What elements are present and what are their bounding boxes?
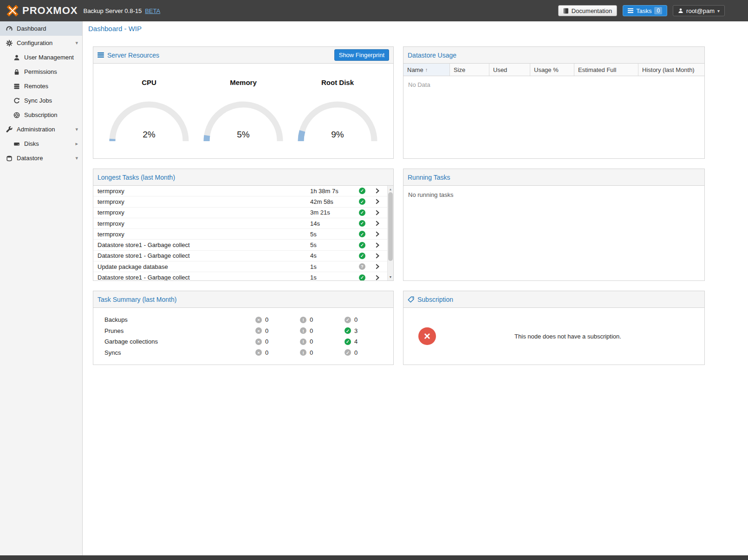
user-menu-button[interactable]: root@pam ▾ [673,5,725,16]
gauge-memory: Memory5% [199,78,287,143]
sidebar-item-dashboard[interactable]: Dashboard [0,21,82,36]
gauge-arc: 9% [293,95,382,143]
task-row[interactable]: termproxy1h 38m 7s✓ [93,186,387,196]
task-row[interactable]: Datastore store1 - Garbage collect5s✓ [93,240,387,250]
task-row[interactable]: termproxy5s✓ [93,229,387,240]
ok-icon: ✓ [359,209,365,216]
summary-row-backups: Backups×0!0✓0 [104,314,393,326]
chevron-right-icon[interactable] [368,242,387,248]
caret-right-icon[interactable]: ▸ [75,141,78,147]
sidebar-item-remotes[interactable]: Remotes [0,79,82,93]
sidebar-item-administration[interactable]: Administration▾ [0,122,82,137]
task-name: Update package database [98,263,310,270]
task-summary-rows: Backups×0!0✓0Prunes×0!0✓3Garbage collect… [93,308,393,358]
ok-icon: ✓ [359,220,365,227]
warning-cell[interactable]: !0 [300,338,345,345]
proxmox-logo: PROXMOX [6,4,78,17]
chevron-right-icon[interactable] [368,221,387,226]
panel-title: Server Resources [107,52,159,59]
scrollbar[interactable]: ▲ ▼ [387,186,393,280]
task-row[interactable]: Datastore store1 - Garbage collect4s✓ [93,251,387,261]
chevron-right-icon[interactable] [368,231,387,237]
page-title: Dashboard - WIP [88,25,142,33]
documentation-button[interactable]: Documentation [558,5,617,16]
ok-icon: ✓ [345,327,351,334]
column-header-used[interactable]: Used [489,64,530,76]
list-icon [628,8,633,13]
panel-title: Longest Tasks (last Month) [98,174,175,181]
ok-cell[interactable]: ✓0 [345,316,389,323]
sidebar-item-label: Sync Jobs [24,97,52,104]
column-header-usage[interactable]: Usage % [530,64,574,76]
task-row[interactable]: termproxy3m 21s✓ [93,208,387,218]
beta-link[interactable]: BETA [145,7,160,14]
error-cell[interactable]: ×0 [255,349,300,356]
chevron-right-icon[interactable] [368,210,387,215]
sidebar-item-datastore[interactable]: Datastore▾ [0,151,82,165]
warning-cell[interactable]: !0 [300,316,345,323]
lifering-icon [13,112,20,118]
panel-title: Running Tasks [408,174,450,181]
show-fingerprint-button[interactable]: Show Fingerprint [334,49,389,61]
chevron-right-icon[interactable] [368,275,387,280]
error-icon: × [255,339,262,345]
chevron-right-icon[interactable] [368,264,387,269]
footer-bar [0,555,748,560]
scroll-down-icon[interactable]: ▼ [388,274,393,280]
error-cell[interactable]: ×0 [255,338,300,345]
warning-cell[interactable]: !0 [300,349,345,356]
running-tasks-panel: Running Tasks No running tasks [403,169,705,281]
subscription-panel: Subscription × This node does not have a… [403,291,705,365]
task-summary-panel: Task Summary (last Month) Backups×0!0✓0P… [93,291,394,365]
chevron-right-icon[interactable] [368,253,387,259]
scroll-up-icon[interactable]: ▲ [388,186,393,192]
summary-row-prunes: Prunes×0!0✓3 [104,326,393,337]
scrollbar-thumb[interactable] [388,192,393,261]
ok-icon: ✓ [345,349,351,356]
database-icon [6,155,13,162]
gauge-title: CPU [105,78,193,86]
datastore-grid-header: Name↑SizeUsedUsage %Estimated FullHistor… [403,64,704,76]
ok-cell[interactable]: ✓0 [345,349,389,356]
ok-cell[interactable]: ✓3 [345,327,389,334]
ok-cell[interactable]: ✓4 [345,338,389,345]
column-header-name[interactable]: Name↑ [403,64,450,76]
task-row[interactable]: termproxy14s✓ [93,218,387,229]
datastore-usage-panel: Datastore Usage Name↑SizeUsedUsage %Esti… [403,46,705,159]
longest-tasks-rows: termproxy1h 38m 7s✓termproxy42m 58s✓term… [93,186,387,280]
sidebar-item-sync-jobs[interactable]: Sync Jobs [0,93,82,108]
tasks-button[interactable]: Tasks 0 [623,5,667,16]
unlock-icon [13,69,20,75]
task-name: Datastore store1 - Garbage collect [98,274,310,280]
summary-label: Prunes [104,327,255,334]
error-cell[interactable]: ×0 [255,316,300,323]
sidebar-item-user-management[interactable]: User Management [0,50,82,65]
error-icon: × [255,317,262,323]
caret-down-icon[interactable]: ▾ [75,126,78,132]
task-row[interactable]: Update package database1s? [93,261,387,272]
column-header-history-last-month[interactable]: History (last Month) [638,64,704,76]
chevron-right-icon[interactable] [368,199,387,204]
column-header-estimated-full[interactable]: Estimated Full [574,64,638,76]
task-row[interactable]: Datastore store1 - Garbage collect1s✓ [93,272,387,280]
ok-icon: ✓ [359,188,365,194]
error-icon: × [255,327,262,334]
user-icon [678,8,683,13]
sidebar-item-permissions[interactable]: Permissions [0,65,82,79]
caret-down-icon[interactable]: ▾ [75,40,78,46]
sidebar-item-configuration[interactable]: Configuration▾ [0,36,82,50]
sidebar-item-label: Permissions [24,68,57,75]
caret-down-icon[interactable]: ▾ [75,155,78,161]
task-name: termproxy [98,220,310,227]
task-duration: 5s [310,231,357,238]
task-row[interactable]: termproxy42m 58s✓ [93,196,387,207]
task-name: Datastore store1 - Garbage collect [98,252,310,259]
column-header-size[interactable]: Size [450,64,489,76]
sidebar-item-subscription[interactable]: Subscription [0,108,82,122]
sidebar-item-label: Subscription [24,111,58,118]
sidebar-item-disks[interactable]: Disks▸ [0,137,82,151]
chevron-right-icon[interactable] [368,188,387,194]
warning-cell[interactable]: !0 [300,327,345,334]
error-cell[interactable]: ×0 [255,327,300,334]
summary-label: Garbage collections [104,338,255,345]
